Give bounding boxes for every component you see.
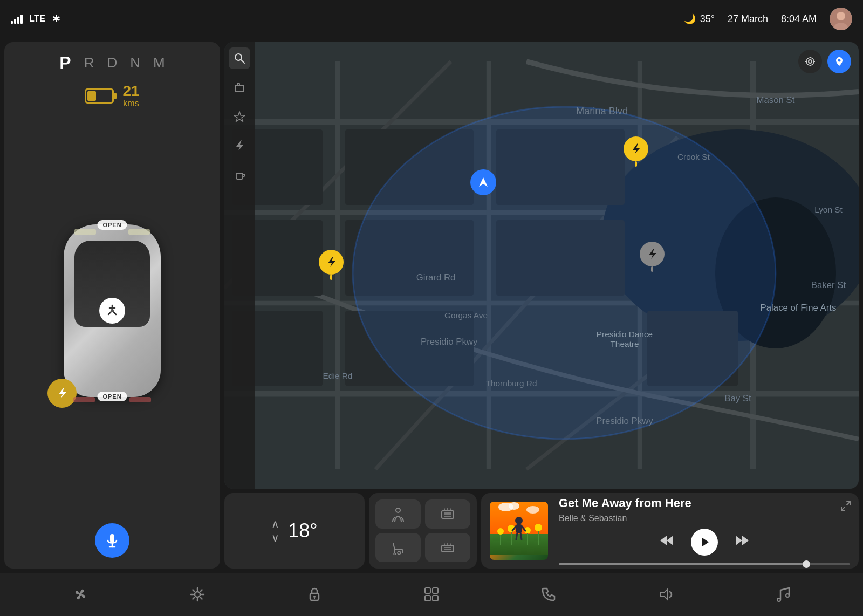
user-avatar[interactable] [830, 8, 852, 30]
car-seat-button[interactable] [375, 533, 421, 562]
svg-text:Bay St: Bay St [724, 393, 751, 403]
gear-r[interactable]: R [84, 54, 94, 71]
nav-settings-button[interactable] [181, 578, 214, 611]
svg-text:Presidio Pkwy: Presidio Pkwy [596, 416, 653, 426]
gear-n[interactable]: N [130, 54, 140, 71]
map-search-button[interactable] [229, 47, 250, 69]
svg-rect-98 [425, 588, 430, 593]
battery-unit: kms [122, 99, 139, 108]
play-button[interactable] [691, 529, 718, 556]
svg-point-46 [235, 54, 242, 60]
gear-p[interactable]: P [59, 53, 71, 73]
svg-text:Baker St: Baker St [811, 280, 846, 290]
right-area: Marina Blvd Mason St Girard Rd Gorgas Av… [224, 42, 859, 569]
expand-button[interactable] [840, 501, 851, 514]
svg-marker-102 [660, 589, 668, 600]
svg-rect-4 [110, 534, 114, 543]
svg-point-104 [786, 594, 789, 597]
map-panel[interactable]: Marina Blvd Mason St Girard Rd Gorgas Av… [224, 42, 859, 489]
charge-marker-3[interactable] [319, 250, 344, 280]
svg-point-50 [806, 58, 814, 65]
gear-m[interactable]: M [153, 54, 165, 71]
charge-marker-2[interactable] [640, 242, 665, 272]
moon-icon: 🌙 [684, 13, 696, 25]
svg-line-47 [241, 60, 244, 63]
status-bar: LTE ✱ 🌙 35° 27 March 8:04 AM [0, 0, 863, 38]
weather-display: 🌙 35° [684, 13, 715, 25]
progress-bar[interactable] [559, 563, 850, 565]
svg-text:Girard Rd: Girard Rd [416, 272, 456, 283]
map-favorites-icon[interactable] [229, 106, 250, 127]
signal-bars-icon [11, 14, 23, 24]
svg-point-96 [313, 596, 316, 598]
svg-point-3 [111, 309, 114, 312]
song-title: Get Me Away from Here [559, 496, 850, 510]
wiper-button[interactable] [99, 298, 125, 324]
map-sidebar [224, 42, 255, 489]
rear-defroster-button[interactable] [425, 499, 470, 529]
svg-rect-100 [425, 596, 430, 601]
map-destination-button[interactable] [827, 50, 851, 73]
svg-point-87 [526, 506, 539, 514]
temp-up-button[interactable]: ∧ [271, 518, 279, 529]
music-panel: Get Me Away from Here Belle & Sebastian [481, 493, 859, 569]
nav-grid-button[interactable] [415, 578, 448, 611]
svg-point-55 [838, 59, 841, 62]
map-work-icon[interactable] [229, 77, 250, 98]
nav-music-button[interactable] [766, 578, 799, 611]
progress-handle[interactable] [803, 560, 810, 568]
current-location-marker [470, 169, 496, 195]
svg-marker-90 [702, 538, 709, 546]
battery-fill [87, 91, 95, 101]
battery-value: 21 [122, 84, 139, 99]
nav-phone-button[interactable] [532, 578, 565, 611]
svg-rect-99 [433, 588, 438, 593]
bluetooth-icon: ✱ [52, 13, 60, 25]
svg-text:Edie Rd: Edie Rd [323, 371, 353, 380]
svg-rect-70 [490, 534, 548, 555]
bottom-nav [0, 573, 863, 616]
door-top-badge[interactable]: OPEN [97, 220, 127, 230]
status-right: 🌙 35° 27 March 8:04 AM [684, 8, 852, 30]
forward-button[interactable] [734, 532, 750, 552]
door-bottom-badge[interactable]: OPEN [97, 392, 127, 401]
gear-selector: P R D N M [15, 53, 209, 73]
climate-temperature: 18° [288, 519, 317, 542]
climate-panel: ∧ ∨ 18° [224, 493, 365, 569]
svg-point-49 [809, 60, 812, 63]
gear-d[interactable]: D [107, 54, 117, 71]
map-coffee-icon[interactable] [229, 164, 250, 186]
car-view: OPEN OPEN [15, 114, 209, 518]
rewind-button[interactable] [659, 532, 675, 552]
voice-button[interactable] [95, 523, 129, 558]
svg-text:Thornburg Rd: Thornburg Rd [486, 379, 537, 388]
map-controls [798, 50, 851, 73]
nav-lock-button[interactable] [298, 578, 331, 611]
nav-volume-button[interactable] [649, 578, 682, 611]
charge-marker-1[interactable] [624, 136, 648, 167]
svg-text:Marina Blvd: Marina Blvd [576, 106, 628, 117]
status-left: LTE ✱ [11, 13, 60, 25]
music-info: Get Me Away from Here Belle & Sebastian [559, 496, 850, 565]
song-artist: Belle & Sebastian [559, 514, 850, 523]
progress-fill [559, 563, 806, 565]
svg-point-63 [394, 553, 396, 555]
map-charging-icon[interactable] [229, 135, 250, 156]
album-art [490, 502, 548, 560]
map-locate-button[interactable] [798, 50, 822, 73]
seat-heat-button[interactable] [375, 499, 421, 529]
front-defroster-button[interactable] [425, 533, 470, 562]
battery-km: 21 kms [122, 84, 139, 108]
bottom-row: ∧ ∨ 18° [224, 493, 859, 569]
date-label: 27 March [728, 13, 768, 25]
temp-down-button[interactable]: ∨ [271, 532, 279, 543]
svg-point-94 [195, 592, 200, 597]
svg-marker-56 [479, 177, 488, 187]
nav-fan-button[interactable] [64, 578, 97, 611]
svg-rect-48 [235, 85, 244, 92]
svg-rect-64 [442, 545, 454, 552]
svg-marker-91 [736, 536, 742, 545]
svg-point-77 [535, 524, 542, 531]
svg-text:Crook St: Crook St [677, 152, 710, 161]
svg-text:Presidio Dance: Presidio Dance [597, 330, 653, 339]
